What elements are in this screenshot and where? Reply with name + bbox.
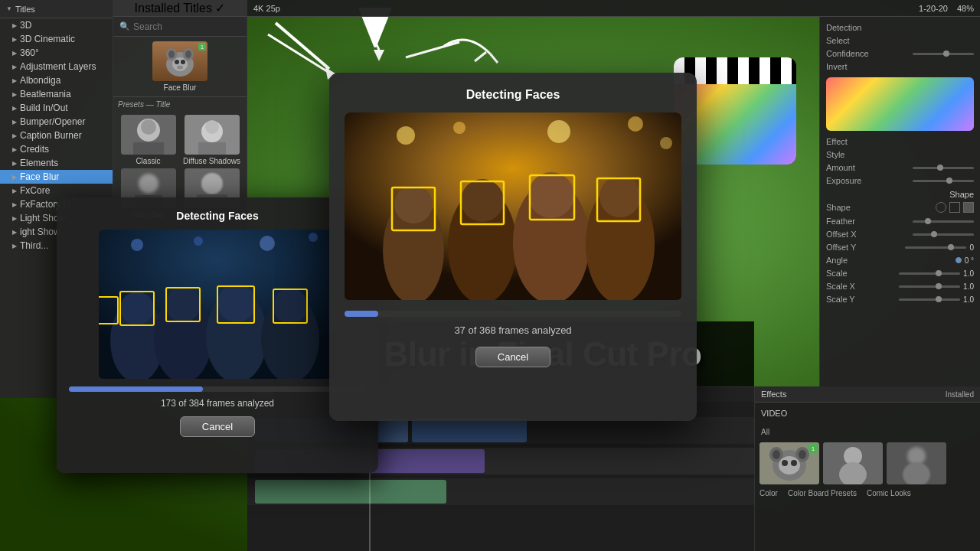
exposure-slider[interactable] [913, 180, 974, 182]
expand-icon: ▶ [12, 105, 17, 112]
feather-slider[interactable] [913, 220, 974, 223]
shape-circle-radio[interactable] [936, 202, 946, 213]
amount-slider[interactable] [913, 167, 974, 169]
shape-rect-radio[interactable] [949, 202, 960, 213]
svg-point-22 [205, 120, 219, 134]
dialog-large-cancel-button[interactable]: Cancel [475, 347, 550, 367]
titles-panel-header: Installed Titles ✓ [113, 0, 247, 17]
scale-x-value: 1.0 [963, 282, 974, 291]
sidebar-item-label: Albondiga [20, 75, 60, 86]
svg-rect-88 [255, 480, 446, 504]
sidebar-item-label: Adjustment Layers [20, 61, 96, 72]
shape-row: Shape [826, 202, 974, 213]
right-panel: Detection Select Confidence Invert Effec… [819, 17, 980, 392]
effect-thumb-colorboard: Color Board Presets [788, 487, 857, 499]
scale-slider[interactable] [899, 272, 960, 275]
effect-thumb-blurred-person[interactable] [887, 442, 946, 484]
amount-row: Amount [826, 163, 974, 172]
expand-icon: ▶ [12, 174, 17, 181]
angle-knob[interactable] [956, 257, 962, 263]
sidebar-item-3d[interactable]: ▶ 3D [0, 18, 113, 32]
sidebar-item-3d-cinematic[interactable]: ▶ 3D Cinematic [0, 32, 113, 46]
offset-y-value: 0 [969, 243, 974, 252]
effect-item-diffuse-shadows[interactable]: Diffuse Shadows [181, 115, 242, 165]
sidebar-item-face-blur[interactable]: ▶ Face Blur [0, 170, 113, 184]
sidebar-item-adjustment-layers[interactable]: ▶ Adjustment Layers [0, 60, 113, 73]
expand-icon: ▶ [12, 229, 17, 236]
confidence-slider[interactable] [913, 53, 974, 55]
offset-y-slider[interactable] [905, 246, 966, 249]
effect-thumb-person[interactable] [823, 442, 883, 484]
shape-label-row: Shape [826, 203, 851, 212]
search-input[interactable] [133, 21, 225, 32]
scale-label: Scale [826, 269, 848, 278]
effect-thumb-face-blur: 1 [152, 41, 207, 81]
expand-icon: ▶ [12, 22, 17, 29]
svg-point-11 [185, 51, 191, 58]
invert-row: Invert [826, 62, 974, 71]
expand-icon: ▶ [12, 160, 17, 167]
shape-custom-radio[interactable] [963, 202, 974, 213]
blurred-person-icon [887, 442, 946, 484]
select-label: Select [826, 36, 850, 45]
effects-all-label: All [761, 428, 769, 436]
offset-x-slider[interactable] [913, 233, 974, 236]
scale-y-label: Scale Y [826, 295, 855, 304]
scale-x-slider[interactable] [899, 285, 960, 288]
effect-thumb-raccoon-panel[interactable]: 1 [760, 442, 819, 484]
effect-item-face-blur-main[interactable]: 1 Face Blur [118, 41, 242, 92]
scale-controls: 1.0 [899, 269, 974, 278]
effect-badge: 1 [198, 43, 206, 51]
sidebar-item-build-inout[interactable]: ▶ Build In/Out [0, 101, 113, 115]
expand-icon: ▶ [12, 50, 17, 57]
offset-y-controls: 0 [905, 243, 974, 252]
svg-point-37 [782, 460, 788, 466]
sidebar-item-credits[interactable]: ▶ Credits [0, 142, 113, 156]
diffuse-preview [185, 115, 240, 155]
svg-point-36 [779, 456, 800, 474]
select-row: Select [826, 36, 974, 45]
dialog-small-cancel-button[interactable]: Cancel [180, 416, 255, 437]
sidebar-item-bumper-opener[interactable]: ▶ Bumper/Opener [0, 115, 113, 129]
scale-y-slider[interactable] [899, 298, 960, 301]
effect-thumb-classic [121, 115, 176, 155]
sidebar-item-360[interactable]: ▶ 360° [0, 46, 113, 60]
sidebar-item-beatlemania[interactable]: ▶ Beatlemania [0, 87, 113, 101]
angle-value: 0 ° [965, 256, 974, 265]
effects-all-label-container: All [755, 422, 980, 439]
sidebar-item-label: Beatlemania [20, 89, 71, 99]
sidebar-header: ▼ Titles [0, 0, 113, 18]
blurred-person-thumb [887, 442, 946, 484]
detection-label: Detection [826, 23, 861, 32]
feather-label: Feather [826, 217, 855, 226]
sidebar-item-caption-burner[interactable]: ▶ Caption Burner [0, 129, 113, 142]
style-label: Style [826, 150, 844, 159]
presets-section-label: Presets — Title [113, 96, 247, 110]
exposure-label: Exposure [826, 176, 861, 185]
effect-thumb-color: Color [760, 487, 778, 499]
person-icon [823, 442, 883, 484]
sidebar-item-albondiga[interactable]: ▶ Albondiga [0, 73, 113, 87]
svg-point-75 [273, 289, 308, 324]
scale-x-controls: 1.0 [899, 282, 974, 291]
scale-y-controls: 1.0 [899, 295, 974, 304]
sidebar-item-label: Build In/Out [20, 103, 68, 113]
offset-x-label: Offset X [826, 230, 857, 239]
shape-radio-group [936, 202, 974, 213]
sidebar-collapse-icon[interactable]: ▼ [6, 5, 12, 12]
dialog-small-status: 173 of 384 frames analyzed [161, 398, 274, 409]
exposure-row: Exposure [826, 176, 974, 185]
angle-label: Angle [826, 256, 848, 265]
color-wheel [826, 77, 974, 131]
svg-point-15 [177, 66, 183, 70]
svg-point-18 [141, 119, 156, 135]
effect-item-classic[interactable]: Classic [118, 115, 178, 165]
offset-y-row: Offset Y 0 [826, 243, 974, 252]
classic-preview [121, 115, 176, 155]
expand-icon: ▶ [12, 91, 17, 98]
sidebar-item-fxcore[interactable]: ▶ FxCore [0, 184, 113, 197]
sidebar-item-elements[interactable]: ▶ Elements [0, 156, 113, 170]
angle-controls: 0 ° [956, 256, 974, 265]
titles-panel-title: Installed Titles ✓ [135, 1, 226, 15]
effect-label: Face Blur [164, 83, 197, 92]
